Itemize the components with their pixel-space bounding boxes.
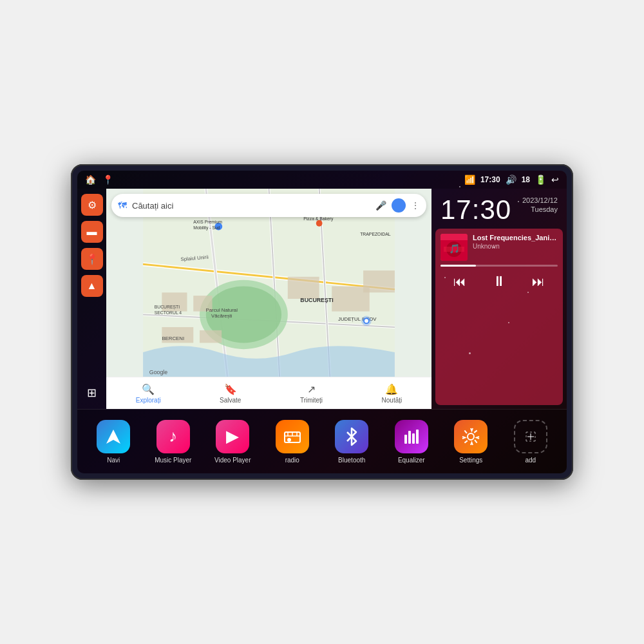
- svg-rect-53: [412, 433, 415, 444]
- radio-icon: [276, 420, 309, 453]
- map-news-btn[interactable]: 🔔 Noutăți: [382, 383, 402, 404]
- svg-rect-17: [363, 270, 395, 292]
- svg-text:🎵: 🎵: [449, 243, 460, 254]
- clock-hours: 17: [440, 194, 472, 225]
- app-music-player[interactable]: ♪ Music Player: [151, 420, 195, 464]
- map-pin-icon: 📍: [86, 253, 99, 265]
- clock-minutes: 30: [480, 194, 511, 225]
- saved-icon: 🔖: [224, 383, 237, 395]
- map-share-btn[interactable]: ↗ Trimiteți: [300, 383, 323, 404]
- svg-point-36: [365, 319, 368, 323]
- music-player-label: Music Player: [155, 457, 191, 464]
- device-screen: 🏠 📍 📶 17:30 🔊 18 🔋 ↩ ⚙ ▬: [77, 171, 567, 473]
- map-explore-btn[interactable]: 🔍 Explorați: [136, 383, 161, 404]
- app-dock: Navi ♪ Music Player ▶ Video Player: [77, 409, 567, 473]
- clock-day: Tuesday: [522, 205, 558, 213]
- sidebar-settings-btn[interactable]: ⚙: [81, 194, 103, 216]
- bluetooth-icon: [335, 420, 368, 453]
- app-add[interactable]: add: [509, 420, 553, 464]
- app-video-player[interactable]: ▶ Video Player: [211, 420, 254, 464]
- sidebar-nav-btn[interactable]: ▲: [81, 275, 103, 297]
- mic-icon[interactable]: 🎤: [375, 200, 386, 211]
- sidebar-maps-btn[interactable]: 📍: [81, 248, 103, 270]
- equalizer-icon: [395, 420, 428, 453]
- svg-rect-15: [288, 277, 319, 299]
- app-settings[interactable]: Settings: [449, 420, 493, 464]
- music-progress-bar[interactable]: [440, 265, 558, 267]
- radio-label: radio: [285, 457, 299, 464]
- add-label: add: [525, 457, 536, 464]
- navi-icon: [97, 420, 130, 453]
- map-svg: Splaiul Unirii Parcul Natural Văcărești …: [106, 189, 431, 409]
- music-artist: Unknown: [473, 243, 558, 250]
- news-label: Noutăți: [382, 397, 402, 404]
- app-equalizer[interactable]: Equalizer: [390, 420, 433, 464]
- map-search-bar[interactable]: 🗺 Căutați aici 🎤 ⋮: [111, 194, 426, 217]
- svg-text:Parcul Natural: Parcul Natural: [206, 307, 238, 313]
- right-panel: 17:30 2023/12/12 Tuesday: [431, 189, 567, 409]
- equalizer-label: Equalizer: [398, 457, 425, 464]
- back-icon[interactable]: ↩: [551, 175, 559, 185]
- svg-text:BUCUREȘTI: BUCUREȘTI: [300, 297, 333, 303]
- svg-text:AXIS Premium: AXIS Premium: [193, 220, 222, 224]
- search-placeholder: Căutați aici: [132, 201, 370, 211]
- app-bluetooth[interactable]: Bluetooth: [330, 420, 374, 464]
- home-icon[interactable]: 🏠: [85, 175, 96, 185]
- files-icon: ▬: [87, 226, 97, 238]
- svg-text:SECTORUL 4: SECTORUL 4: [155, 310, 182, 315]
- explore-icon: 🔍: [142, 383, 155, 395]
- settings-label: Settings: [459, 457, 482, 464]
- user-avatar[interactable]: [392, 198, 406, 213]
- main-content: ⚙ ▬ 📍 ▲ ⊞: [77, 189, 567, 409]
- music-progress-fill: [440, 265, 476, 267]
- clock-time: 17:30: [440, 196, 511, 223]
- status-left-icons: 🏠 📍: [85, 175, 113, 185]
- music-player-icon: ♪: [156, 420, 190, 453]
- music-play-pause-btn[interactable]: ⏸: [487, 270, 511, 292]
- album-art: 🎵: [440, 234, 468, 261]
- svg-text:Văcărești: Văcărești: [211, 313, 232, 319]
- music-top: 🎵 Lost Frequencies_Janie... Unknown: [440, 234, 558, 261]
- status-right-area: 📶 17:30 🔊 18 🔋 ↩: [464, 175, 559, 185]
- settings-app-icon: [454, 420, 488, 453]
- share-label: Trimiteți: [300, 397, 323, 404]
- battery-icon: 🔋: [535, 175, 546, 185]
- clock-date: 2023/12/12: [522, 196, 558, 204]
- svg-text:BERCENI: BERCENI: [162, 336, 184, 341]
- map-area[interactable]: Splaiul Unirii Parcul Natural Văcărești …: [106, 189, 431, 409]
- status-bar: 🏠 📍 📶 17:30 🔊 18 🔋 ↩: [77, 171, 567, 189]
- svg-rect-39: [440, 234, 468, 240]
- sidebar-apps-btn[interactable]: ⊞: [81, 382, 103, 404]
- svg-point-31: [316, 220, 323, 227]
- svg-text:Mobility - Sud: Mobility - Sud: [193, 225, 220, 231]
- music-player-widget: 🎵 Lost Frequencies_Janie... Unknown ⏮: [435, 229, 563, 405]
- location-icon[interactable]: 📍: [102, 175, 113, 185]
- sidebar-files-btn[interactable]: ▬: [81, 221, 103, 243]
- news-icon: 🔔: [385, 383, 398, 395]
- car-head-unit: 🏠 📍 📶 17:30 🔊 18 🔋 ↩ ⚙ ▬: [71, 164, 573, 480]
- svg-point-55: [468, 433, 474, 440]
- video-player-icon: ▶: [216, 420, 249, 453]
- menu-grid-icon[interactable]: ⋮: [411, 200, 420, 211]
- saved-label: Salvate: [220, 397, 241, 404]
- music-prev-btn[interactable]: ⏮: [448, 272, 471, 292]
- google-maps-icon: 🗺: [118, 200, 127, 211]
- map-saved-btn[interactable]: 🔖 Salvate: [220, 383, 241, 404]
- app-radio[interactable]: radio: [270, 420, 314, 464]
- svg-marker-44: [106, 430, 120, 444]
- music-next-btn[interactable]: ⏭: [527, 272, 550, 292]
- share-icon: ↗: [307, 383, 316, 395]
- signal-icon: 📶: [464, 175, 475, 185]
- add-icon: [514, 420, 547, 453]
- clock-colon: :: [472, 194, 480, 225]
- map-bottom-bar: 🔍 Explorați 🔖 Salvate ↗ Trimiteți 🔔: [106, 377, 431, 409]
- navi-label: Navi: [107, 457, 120, 464]
- settings-icon: ⚙: [88, 199, 97, 211]
- arrow-nav-icon: ▲: [87, 280, 97, 292]
- explore-label: Explorați: [136, 397, 161, 404]
- map-container: Splaiul Unirii Parcul Natural Văcărești …: [106, 189, 431, 409]
- svg-text:TRAPEZOIDAL: TRAPEZOIDAL: [360, 232, 391, 236]
- bluetooth-label: Bluetooth: [338, 457, 365, 464]
- battery-level: 18: [522, 175, 530, 184]
- app-navi[interactable]: Navi: [91, 420, 135, 464]
